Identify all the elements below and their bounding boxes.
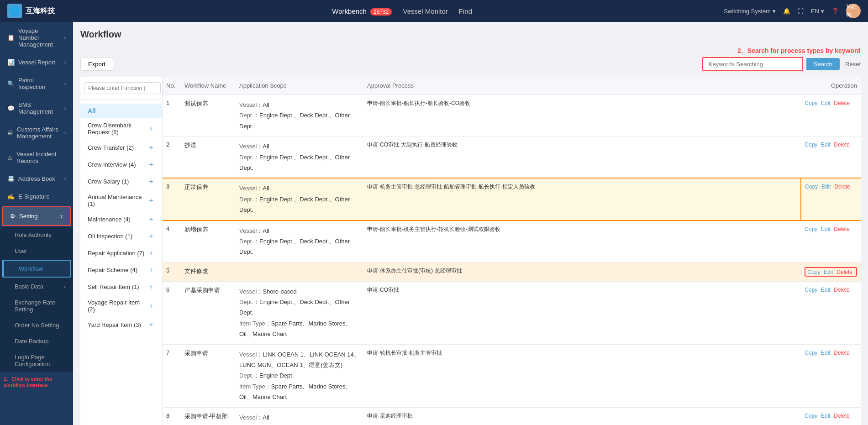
cell-name[interactable]: 采购申请 xyxy=(181,344,236,407)
avatar[interactable]: 孙红梅 xyxy=(846,4,861,18)
add-icon[interactable]: ＋ xyxy=(147,248,155,258)
cell-name[interactable]: 岸基采购申请 xyxy=(181,281,236,344)
sidebar-item-role[interactable]: Role Authority xyxy=(0,227,73,243)
keyword-input[interactable] xyxy=(702,57,803,71)
category-oil-inspection[interactable]: Oil Inspection (1) ＋ xyxy=(80,228,162,245)
cell-no: 6 xyxy=(163,281,181,344)
edit-link[interactable]: Edit xyxy=(821,350,831,356)
delete-link[interactable]: Delete xyxy=(834,413,850,419)
add-icon[interactable]: ＋ xyxy=(147,301,155,311)
copy-link[interactable]: Copy xyxy=(805,350,817,356)
help-icon[interactable]: ❓ xyxy=(831,8,839,15)
sidebar-item-exchange[interactable]: Exchange Rate Setting xyxy=(0,294,73,317)
copy-link[interactable]: Copy xyxy=(805,184,818,190)
sidebar-item-user[interactable]: User xyxy=(0,243,73,259)
sidebar-item-voyage[interactable]: 📋 Voyage Number Management › xyxy=(0,22,73,53)
cell-name[interactable]: 新增保养 xyxy=(181,220,236,262)
copy-link[interactable]: Copy xyxy=(807,269,820,275)
sidebar-item-label: Customs Affairs Management xyxy=(17,126,61,140)
sidebar-item-label: Address Book xyxy=(18,175,61,182)
delete-link[interactable]: Delete xyxy=(834,287,850,293)
search-area: Search Reset xyxy=(702,57,861,71)
switching-system-btn[interactable]: Switching System ▾ xyxy=(724,8,776,15)
edit-link[interactable]: Edit xyxy=(821,184,831,190)
category-crew-transfer[interactable]: Crew Transfer (2) ＋ xyxy=(80,139,162,156)
category-maintenance[interactable]: Maintenance (4) ＋ xyxy=(80,211,162,228)
edit-link[interactable]: Edit xyxy=(821,100,831,106)
export-button[interactable]: Export xyxy=(80,58,113,71)
edit-link[interactable]: Edit xyxy=(821,413,831,419)
category-crew-disembark[interactable]: Crew Disembark Request (8) ＋ xyxy=(80,118,162,139)
patrol-icon: 🔍 xyxy=(7,80,15,87)
edit-link[interactable]: Edit xyxy=(824,269,833,275)
sidebar-item-patrol[interactable]: 🔍 Patrol Inspection › xyxy=(0,71,73,96)
sidebar-item-esig[interactable]: ✍ E-Signature xyxy=(0,188,73,205)
sidebar-item-vessel-report[interactable]: 📊 Vessel Report › xyxy=(0,53,73,71)
cell-name[interactable]: 正常保养 xyxy=(181,178,236,220)
sidebar-item-label: E-Signature xyxy=(18,193,66,200)
lang-btn[interactable]: EN ▾ xyxy=(811,8,824,15)
sidebar-item-incident[interactable]: ⚠ Vessel Incident Records xyxy=(0,145,73,170)
edit-link[interactable]: Edit xyxy=(821,287,831,293)
reset-button[interactable]: Reset xyxy=(845,61,861,68)
expand-icon[interactable]: ⛶ xyxy=(798,8,804,15)
sidebar-item-customs[interactable]: 🏛 Customs Affairs Management › xyxy=(0,121,73,145)
sidebar-item-date-backup[interactable]: Date Backup xyxy=(0,333,73,349)
delete-link[interactable]: Delete xyxy=(834,350,850,356)
delete-link[interactable]: Delete xyxy=(834,100,850,106)
delete-link[interactable]: Delete xyxy=(834,184,850,190)
sidebar-item-sms[interactable]: 💬 SMS Management › xyxy=(0,96,73,121)
delete-link[interactable]: Delete xyxy=(834,226,850,232)
category-self-repair[interactable]: Self Repair Item (1) ＋ xyxy=(80,278,162,295)
add-icon[interactable]: ＋ xyxy=(147,215,155,224)
search-button[interactable]: Search xyxy=(806,58,840,70)
category-voyage-repair[interactable]: Voyage Repair Item (2) ＋ xyxy=(80,295,162,316)
cell-scope: Vessel：All Dept.：Engine Dept.、Deck Dept.… xyxy=(236,220,363,262)
sidebar-item-label: Patrol Inspection xyxy=(18,77,61,90)
copy-link[interactable]: Copy xyxy=(805,287,817,293)
add-icon[interactable]: ＋ xyxy=(147,265,155,275)
add-icon[interactable]: ＋ xyxy=(147,143,155,152)
bell-icon[interactable]: 🔔 xyxy=(783,8,790,15)
category-all[interactable]: All xyxy=(80,104,162,118)
func-input[interactable] xyxy=(84,82,161,94)
right-panel: No. Workflow Name Application Scope Appr… xyxy=(163,77,861,425)
nav-vessel-monitor[interactable]: Vessel Monitor xyxy=(403,7,447,15)
add-icon[interactable]: ＋ xyxy=(147,160,155,169)
sidebar-item-login-page[interactable]: Login Page Configuration xyxy=(0,349,73,372)
add-icon[interactable]: ＋ xyxy=(147,196,155,205)
copy-link[interactable]: Copy xyxy=(805,100,817,106)
copy-link[interactable]: Copy xyxy=(805,226,817,232)
edit-link[interactable]: Edit xyxy=(821,226,831,232)
category-repair-app[interactable]: Repair Application (7) ＋ xyxy=(80,245,162,262)
category-annual-maint[interactable]: Annual Maintenance (1) ＋ xyxy=(80,190,162,211)
add-icon[interactable]: ＋ xyxy=(147,320,155,330)
nav-find[interactable]: Find xyxy=(459,7,472,15)
cell-name[interactable]: 抄送 xyxy=(181,136,236,178)
add-icon[interactable]: ＋ xyxy=(147,231,155,241)
delete-link[interactable]: Delete xyxy=(836,269,852,275)
cell-name[interactable]: 采购申请-甲板部 xyxy=(181,407,236,425)
sidebar-item-workflow[interactable]: Workflow xyxy=(3,261,70,277)
cell-name[interactable]: 测试保养 xyxy=(181,95,236,136)
delete-link[interactable]: Delete xyxy=(834,142,850,148)
sidebar-item-setting[interactable]: ⚙ Setting ∨ xyxy=(3,207,70,225)
sidebar-item-address[interactable]: 📇 Address Book › xyxy=(0,170,73,188)
cell-name[interactable]: 文件修改 xyxy=(181,262,236,281)
cell-approval: 申请-体系办主任审批(审核)-总经理审批 xyxy=(363,262,801,281)
category-repair-scheme[interactable]: Repair Scheme (4) ＋ xyxy=(80,262,162,278)
category-crew-interview[interactable]: Crew Interview (4) ＋ xyxy=(80,156,162,173)
copy-link[interactable]: Copy xyxy=(805,413,817,419)
cell-no: 8 xyxy=(163,407,181,425)
add-icon[interactable]: ＋ xyxy=(147,177,155,186)
setting-icon: ⚙ xyxy=(10,213,16,220)
edit-link[interactable]: Edit xyxy=(821,142,831,148)
nav-workbench[interactable]: Workbench 28732 xyxy=(332,7,392,15)
add-icon[interactable]: ＋ xyxy=(147,124,155,134)
copy-link[interactable]: Copy xyxy=(805,142,817,148)
category-yard-repair[interactable]: Yard Repair Item (3) ＋ xyxy=(80,316,162,333)
sidebar-item-basic-data[interactable]: Basic Data› xyxy=(0,278,73,294)
add-icon[interactable]: ＋ xyxy=(147,282,155,292)
sidebar-item-order-no[interactable]: Order No Setting xyxy=(0,317,73,333)
category-crew-salary[interactable]: Crew Salary (1) ＋ xyxy=(80,173,162,190)
